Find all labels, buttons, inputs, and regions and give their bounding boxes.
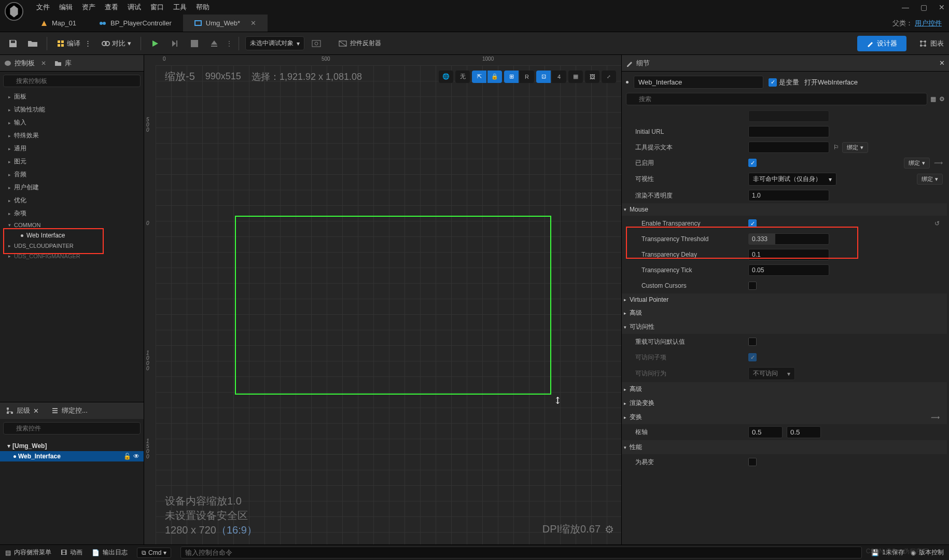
library-tab[interactable]: 库 — [54, 59, 72, 68]
menu-edit[interactable]: 编辑 — [59, 3, 73, 12]
transparency-tick-input[interactable] — [748, 264, 829, 276]
access-children-checkbox[interactable]: ✓ — [748, 353, 757, 361]
category-mouse[interactable]: Mouse — [622, 203, 947, 216]
bind-widgets-tab[interactable]: 绑定控... — [45, 402, 94, 419]
lock-icon[interactable]: 🔓 — [123, 453, 131, 460]
menu-asset[interactable]: 资产 — [82, 3, 95, 12]
palette-category[interactable]: 音频 — [0, 168, 144, 181]
category-advanced[interactable]: 高级 — [622, 306, 947, 320]
gear-icon[interactable]: ⚙ — [605, 523, 614, 536]
palette-category[interactable]: UDS_CONFIGMANAGER — [0, 251, 144, 261]
tab-umg-web[interactable]: Umg_Web* ✕ — [183, 15, 268, 32]
step-button[interactable] — [167, 36, 183, 51]
access-behavior-select[interactable]: 不可访问▾ — [748, 367, 795, 380]
reset-icon[interactable]: ↺ — [934, 220, 940, 227]
grid-snap-value[interactable]: 4 — [552, 71, 566, 83]
transparency-threshold-input[interactable] — [748, 233, 829, 245]
details-body[interactable]: Initial URL 工具提示文本 ⚐ 绑定▾ 已启用 ✓ 绑定▾ ⟿ 可视性… — [622, 108, 949, 544]
enable-transparency-checkbox[interactable]: ✓ — [748, 219, 757, 228]
designer-canvas[interactable]: 0 500 1000 1500 2000 500 0 1000 1500 缩放-… — [144, 55, 621, 544]
designer-mode-button[interactable]: 设计器 — [857, 36, 906, 51]
parent-class-link[interactable]: 用户控件 — [915, 19, 942, 27]
menu-view[interactable]: 查看 — [105, 3, 118, 12]
override-access-checkbox[interactable] — [748, 338, 757, 346]
menu-debug[interactable]: 调试 — [128, 3, 141, 12]
palette-category[interactable]: 杂项 — [0, 207, 144, 220]
flag-icon[interactable]: ⚐ — [833, 144, 839, 151]
close-icon[interactable]: ✕ — [939, 59, 945, 67]
dpi-scale[interactable]: DPI缩放0.67 ⚙ — [542, 522, 614, 536]
diff-button[interactable]: 对比 ▾ — [99, 39, 134, 48]
bind-button[interactable]: 绑定▾ — [842, 142, 868, 153]
grid-snap-toggle[interactable]: ⊡ — [536, 71, 551, 83]
position-snap-toggle[interactable]: ⊞ — [504, 71, 519, 83]
hierarchy-search-input[interactable] — [3, 422, 141, 435]
compile-dropdown-icon[interactable]: ⋮ — [85, 39, 91, 47]
tooltip-input[interactable] — [748, 142, 829, 153]
palette-category[interactable]: 通用 — [0, 142, 144, 155]
tab-playercontroller[interactable]: BP_PlayerController — [88, 15, 183, 32]
no-lang-button[interactable]: 无 — [455, 71, 470, 83]
category-accessibility[interactable]: 可访问性 — [622, 320, 947, 334]
is-volatile-checkbox[interactable] — [748, 458, 757, 466]
save-button[interactable] — [5, 36, 21, 51]
play-button[interactable] — [147, 36, 163, 51]
lock-toggle[interactable]: 🔒 — [487, 71, 502, 83]
category-virtual-pointer[interactable]: Virtual Pointer — [622, 293, 947, 306]
palette-search-input[interactable] — [3, 75, 141, 87]
localization-button[interactable]: 🌐 — [439, 71, 453, 83]
pivot-x-input[interactable] — [748, 426, 783, 438]
palette-category-common[interactable]: COMMON — [0, 220, 144, 230]
hierarchy-root[interactable]: ▾[Umg_Web] — [0, 441, 144, 451]
animation-button[interactable]: 🎞动画 — [61, 548, 82, 557]
compile-button[interactable]: 编译 ⋮ — [53, 39, 94, 48]
browse-button[interactable] — [25, 36, 40, 51]
maximize-icon[interactable]: ▢ — [920, 3, 927, 11]
menu-file[interactable]: 文件 — [36, 3, 50, 12]
close-icon[interactable]: ✕ — [939, 3, 945, 11]
eye-icon[interactable]: 👁 — [133, 453, 139, 460]
selection-rectangle[interactable] — [235, 216, 551, 395]
category-transform[interactable]: 变换⟿ — [622, 410, 947, 424]
palette-item-web-interface[interactable]: Web Interface — [0, 230, 144, 241]
hierarchy-tab[interactable]: 层级 ✕ — [0, 402, 45, 419]
palette-category[interactable]: 图元 — [0, 155, 144, 168]
reset-icon[interactable]: ⟿ — [931, 414, 940, 421]
r-button[interactable]: R — [520, 71, 534, 83]
close-icon[interactable]: ✕ — [33, 407, 39, 415]
open-web-interface-link[interactable]: 打开WebInterface — [804, 78, 858, 87]
palette-category[interactable]: UDS_CLOUDPAINTER — [0, 241, 144, 251]
visibility-select[interactable]: 非可命中测试（仅自身）▾ — [748, 173, 836, 186]
advanced-icon[interactable]: ⟿ — [934, 159, 943, 166]
outline-toggle[interactable]: ▦ — [568, 71, 583, 83]
palette-category[interactable]: 面板 — [0, 90, 144, 103]
tab-close-icon[interactable]: ✕ — [250, 19, 256, 27]
zoom-fit-button[interactable]: ⤢ — [602, 71, 616, 83]
menu-help[interactable]: 帮助 — [196, 3, 210, 12]
image-preview-toggle[interactable]: 🖼 — [585, 71, 599, 83]
cmd-select[interactable]: ⧉ Cmd ▾ — [137, 548, 171, 558]
category-render-transform[interactable]: 渲染变换 — [622, 396, 947, 410]
transparency-delay-input[interactable] — [748, 249, 829, 260]
menu-tools[interactable]: 工具 — [173, 3, 187, 12]
palette-category[interactable]: 用户创建 — [0, 181, 144, 194]
eject-button[interactable] — [206, 36, 222, 51]
palette-category[interactable]: 优化 — [0, 194, 144, 207]
category-performance[interactable]: 性能 — [622, 440, 947, 454]
hierarchy-item-web-interface[interactable]: Web_Interface 🔓 👁 — [0, 451, 144, 461]
find-in-bp-button[interactable] — [309, 36, 324, 51]
debug-target-select[interactable]: 未选中调试对象▾ — [245, 36, 304, 50]
layout-transform-toggle[interactable]: ⇱ — [472, 71, 486, 83]
widget-name-input[interactable] — [634, 76, 763, 89]
palette-category[interactable]: 特殊效果 — [0, 129, 144, 142]
bind-button[interactable]: 绑定▾ — [917, 174, 943, 185]
enabled-checkbox[interactable]: ✓ — [748, 159, 757, 167]
close-icon[interactable]: ✕ — [41, 60, 46, 67]
widget-reflector-button[interactable]: 控件反射器 — [339, 39, 381, 48]
bind-button[interactable]: 绑定▾ — [904, 158, 930, 169]
content-drawer-button[interactable]: ▤内容侧滑菜单 — [5, 548, 51, 557]
tab-map01[interactable]: Map_01 — [29, 15, 88, 32]
grid-view-icon[interactable]: ▦ — [930, 95, 936, 103]
stop-button[interactable] — [187, 36, 202, 51]
menu-window[interactable]: 窗口 — [150, 3, 164, 12]
